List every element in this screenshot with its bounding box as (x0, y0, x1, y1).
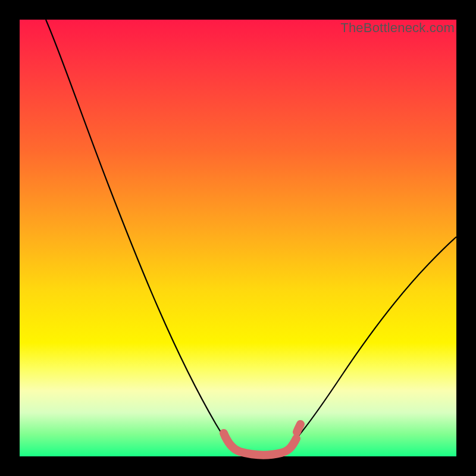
chart-svg (20, 20, 456, 456)
left-curve (46, 20, 234, 449)
trough-highlight (224, 424, 300, 455)
right-curve (290, 237, 456, 445)
